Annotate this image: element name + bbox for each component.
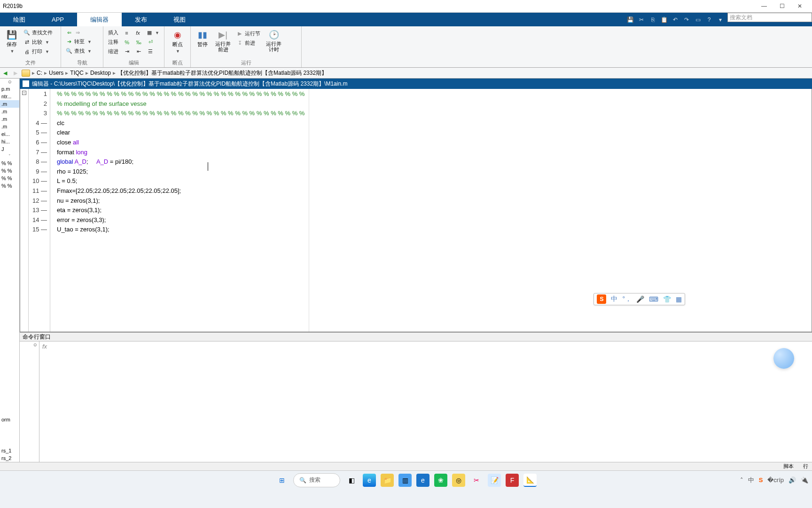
code-line[interactable]: % % % % % % % % % % % % % % % % % % % % … [57,110,812,119]
taskbar-search-input[interactable]: 🔍 搜索 [293,473,340,487]
ime-toolbar[interactable]: S 中 °， 🎤 ⌨ 👕 ▦ [593,293,685,305]
crumb-folder[interactable]: 【优化控制】基于matlab粒子群算法优化PID船舶航迹控制【含Matlab源码… [117,69,327,77]
history-fwd-button[interactable]: ▶ [11,69,20,77]
ime-menu-icon[interactable]: ▦ [676,295,682,303]
chevron-down-icon[interactable]: ˅ [0,153,19,159]
doc-search-input[interactable]: 搜索文档 [727,13,812,22]
sogou-logo-icon[interactable]: S [597,294,606,304]
list-item[interactable]: rs_1 [0,447,19,454]
system-tray[interactable]: ˄ 中 S �críp 🔊 🔌 [740,476,808,484]
undo-icon[interactable]: ↶ [671,16,679,24]
list-item[interactable]: .m [0,108,19,115]
code-line[interactable]: nu = zeros(3,1); [57,197,812,207]
crumb-users[interactable]: Users [49,70,63,76]
run-time-button[interactable]: 🕑 运行并 计时 [263,28,284,54]
tab-apps[interactable]: APP [39,13,77,26]
matlab-icon[interactable]: 📐 [523,474,537,487]
fx-prompt-icon[interactable]: fx [42,343,47,350]
list-item[interactable]: ntr... [0,93,19,100]
comment-button[interactable]: 注释 % ‰ ⏎ [107,38,160,46]
goto-button[interactable]: ➔转至▼ [65,38,99,46]
crumb-desktop[interactable]: Desktop [90,70,111,76]
sidebar-expand-icon[interactable]: ⊙ [20,341,39,348]
minimize-button[interactable]: — [759,2,769,10]
edge-icon[interactable]: e [363,474,376,487]
fold-toggle-icon[interactable]: − [22,91,26,95]
app-icon[interactable]: ▥ [398,474,412,487]
code-line[interactable]: clear [57,129,812,139]
code-line[interactable]: error = zeros(3,3); [57,216,812,226]
tray-ime-icon[interactable]: 中 [748,476,754,484]
tab-editor[interactable]: 编辑器 [77,13,122,26]
command-window-header[interactable]: 命令行窗口 [20,333,812,341]
find-files-button[interactable]: 🔍查找文件 [23,29,54,37]
command-window-body[interactable]: fx [39,341,812,462]
run-section-button[interactable]: ▶运行节 [235,30,261,38]
code-line[interactable]: format long [57,149,812,159]
list-item[interactable]: .m [0,100,19,108]
folder-icon[interactable] [22,70,30,77]
notepad-icon[interactable]: 📝 [488,474,501,487]
breakpoints-button[interactable]: ◉ 断点 ▼ [168,28,187,56]
ime-keyboard-icon[interactable]: ⌨ [649,295,658,303]
save-icon[interactable]: 💾 [626,16,634,24]
run-advance-button[interactable]: ▶| 运行并 前进 [212,28,234,54]
breadcrumb[interactable]: ▸ C:▸ Users▸ TIQC▸ Desktop▸ 【优化控制】基于matl… [32,69,327,77]
tab-view[interactable]: 视图 [160,13,199,26]
ime-skin-icon[interactable]: 👕 [663,295,671,303]
code-line[interactable]: clc [57,119,812,129]
cut-icon[interactable]: ✂ [637,16,646,24]
code-line[interactable]: eta = zeros(3,1); [57,206,812,216]
editor-body[interactable]: − 1234 —5 —6 —7 —8 —9 —10 —11 —12 —13 —1… [20,89,812,332]
list-item[interactable]: orm [0,416,19,423]
more-icon[interactable]: ▾ [716,16,725,24]
list-item[interactable]: J [0,145,19,153]
code-line[interactable]: U_tao = zeros(3,1); [57,226,812,236]
editor-titlebar[interactable]: 编辑器 - C:\Users\TIQC\Desktop\【优化控制】基于matl… [20,79,812,89]
code-line[interactable]: L = 0.5; [57,177,812,187]
save-button[interactable]: 💾 保存 ▼ [4,28,20,56]
nav-arrows[interactable]: ⇐⇒ [65,29,99,36]
fold-gutter[interactable]: − [20,89,29,332]
floating-assistant-button[interactable] [773,348,794,369]
compare-button[interactable]: ⇄比较▼ [23,38,54,46]
task-view-button[interactable]: ◧ [345,474,358,487]
list-item[interactable]: p.m [0,85,19,93]
copy-icon[interactable]: ⎘ [648,16,657,24]
ime-lang-button[interactable]: 中 [611,295,617,303]
redo-icon[interactable]: ↷ [682,16,691,24]
tray-wifi-icon[interactable]: �críp [767,476,784,484]
code-line[interactable]: % modelling of the surface vesse [57,100,812,110]
maximize-button[interactable]: ☐ [777,2,787,10]
advance-button[interactable]: ↧前进 [235,39,261,47]
snip-icon[interactable]: ✂ [470,474,483,487]
layout-icon[interactable]: ▭ [694,16,702,24]
tray-volume-icon[interactable]: 🔊 [789,476,796,484]
list-item[interactable]: rs_2 [0,454,19,462]
tray-battery-icon[interactable]: 🔌 [801,476,808,484]
ime-mic-icon[interactable]: 🎤 [636,295,644,303]
code-line[interactable]: global A_D; A_D = pi/180; [57,158,812,168]
list-item[interactable]: .m [0,115,19,123]
tab-plots[interactable]: 绘图 [0,13,39,26]
explorer-icon[interactable]: 📁 [381,474,394,487]
code-line[interactable]: close all [57,139,812,149]
find-button[interactable]: 🔍查找▼ [65,47,99,55]
wechat-icon[interactable]: ❀ [434,474,447,487]
tray-chevron-icon[interactable]: ˄ [740,476,743,484]
browser-icon[interactable]: ◎ [452,474,465,487]
sidebar-expand-icon[interactable]: ⊙ [0,79,19,85]
pause-button[interactable]: ▮▮ 暂停 [195,28,211,54]
code-line[interactable]: Fmax=[22.05;22.05;22.05;22.05;22.05;22.0… [57,187,812,197]
crumb-c[interactable]: C: [37,70,42,76]
list-item[interactable]: hi... [0,138,19,145]
help-icon[interactable]: ? [705,16,713,24]
crumb-tiqc[interactable]: TIQC [70,70,84,76]
list-item[interactable]: .m [0,123,19,130]
pdf-icon[interactable]: F [506,474,519,487]
start-button[interactable]: ⊞ [275,474,289,487]
code-line[interactable]: % % % % % % % % % % % % % % % % % % % % … [57,90,812,100]
ime-punct-icon[interactable]: °， [622,295,632,303]
code-area[interactable]: % % % % % % % % % % % % % % % % % % % % … [50,89,812,332]
print-button[interactable]: 🖨打印▼ [23,48,54,56]
